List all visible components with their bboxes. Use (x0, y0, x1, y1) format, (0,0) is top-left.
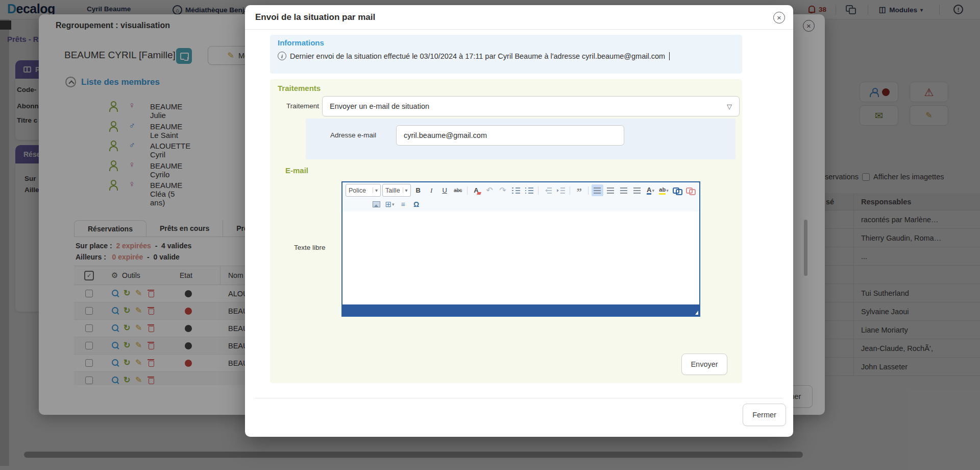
insert-image-button[interactable] (371, 198, 382, 210)
email-section-title: E-mail (285, 166, 308, 175)
align-justify-button[interactable] (631, 184, 643, 196)
close-button[interactable]: Fermer (743, 404, 786, 426)
remove-link-button[interactable] (684, 184, 696, 196)
modal-title: Envoi de la situation par mail (255, 12, 375, 22)
free-text-label: Texte libre (294, 244, 330, 251)
special-character-button[interactable]: Ω (410, 198, 422, 210)
blockquote-button[interactable]: ” (573, 184, 585, 196)
numbered-list-icon (512, 187, 520, 194)
email-address-input[interactable] (396, 125, 624, 146)
section-title: Traitements (278, 84, 321, 92)
table-icon: ⊞ (385, 200, 391, 209)
italic-button[interactable]: I (426, 184, 437, 196)
app-screen: DDecalogecalog Cyril Beaume ⌂ Médiathèqu… (0, 0, 980, 470)
close-icon[interactable]: × (773, 12, 785, 24)
text-color-button[interactable]: A▾ (645, 184, 656, 196)
remove-format-button[interactable]: A (470, 184, 482, 196)
email-address-group: Adresse e-mail (306, 119, 736, 159)
insert-link-button[interactable] (671, 184, 683, 196)
insert-table-button[interactable]: ⊞▾ (384, 198, 396, 210)
link-icon (673, 187, 681, 194)
insert-horizontal-rule-button[interactable]: ≡ (397, 198, 409, 210)
align-right-icon (620, 187, 628, 194)
divider (255, 398, 783, 398)
indent-icon (557, 187, 565, 194)
traitements-section: Traitements Traitement Envoyer un e-mail… (270, 79, 742, 383)
treatment-select[interactable]: Envoyer un e-mail de situation ▽ (322, 96, 740, 116)
horizontal-rule-icon: ≡ (401, 200, 405, 208)
undo-button[interactable]: ↶ (483, 184, 495, 196)
divider (467, 186, 468, 195)
treatment-label: Traitement (282, 102, 319, 110)
email-address-label: Adresse e-mail (330, 131, 376, 139)
redo-button[interactable]: ↷ (497, 184, 508, 196)
divider (570, 186, 570, 195)
bullet-list-icon (525, 187, 533, 194)
strikethrough-button[interactable]: abc (452, 184, 464, 196)
info-icon: i (278, 52, 286, 60)
editor-content[interactable] (342, 212, 699, 304)
align-right-button[interactable] (618, 184, 630, 196)
indent-button[interactable] (555, 184, 567, 196)
image-icon (373, 201, 380, 207)
align-center-button[interactable] (605, 184, 617, 196)
divider (245, 29, 793, 30)
bold-button[interactable]: B (412, 184, 424, 196)
text-cursor (669, 52, 670, 60)
omega-icon: Ω (413, 200, 419, 208)
outdent-button[interactable] (542, 184, 553, 196)
editor-toolbar-row2: ⊞▾ ≡ Ω (342, 198, 699, 212)
align-left-button[interactable] (592, 184, 603, 196)
outdent-icon (544, 187, 552, 194)
underline-button[interactable]: U (439, 184, 451, 196)
font-size-select[interactable]: Taille▾ (382, 184, 411, 197)
numbered-list-button[interactable] (510, 184, 522, 196)
info-message: Dernier envoi de la situation effectué l… (290, 52, 665, 60)
send-button[interactable]: Envoyer (681, 354, 727, 375)
last-send-info: i Dernier envoi de la situation effectué… (278, 52, 670, 60)
bullet-list-button[interactable] (523, 184, 535, 196)
align-center-icon (607, 187, 615, 194)
divider (588, 186, 589, 195)
select-arrow-icon: ▽ (727, 103, 732, 110)
chevron-down-icon: ▾ (373, 187, 378, 193)
mail-situation-modal: Envoi de la situation par mail × Informa… (245, 5, 793, 437)
rich-text-editor: Police▾ Taille▾ B I U abc A ↶ ↷ (341, 181, 700, 317)
divider (538, 186, 538, 195)
highlight-color-button[interactable]: ab▾ (658, 184, 670, 196)
align-left-icon (594, 187, 602, 194)
treatment-value: Envoyer un e-mail de situation (330, 102, 429, 110)
editor-status-bar[interactable] (342, 304, 699, 316)
editor-toolbar-row1: Police▾ Taille▾ B I U abc A ↶ ↷ (342, 182, 699, 198)
unlink-icon (686, 187, 695, 194)
align-justify-icon (633, 187, 642, 194)
font-family-select[interactable]: Police▾ (346, 184, 381, 197)
informations-section: Informations i Dernier envoi de la situa… (270, 35, 742, 74)
section-title: Informations (278, 38, 324, 47)
chevron-down-icon: ▾ (403, 187, 408, 193)
